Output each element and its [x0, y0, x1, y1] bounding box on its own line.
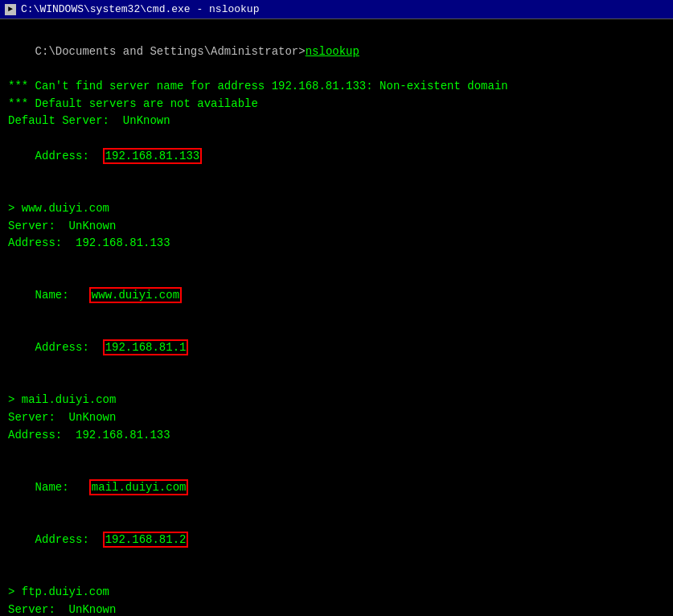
prompt-ftp: > ftp.duiyi.com: [8, 584, 665, 602]
title-bar-label: C:\WINDOWS\system32\cmd.exe - nslookup: [21, 3, 259, 15]
default-server-line: Default Server: UnKnown: [8, 113, 665, 130]
addr2-value-www: 192.168.81.1: [103, 339, 189, 355]
addr2-www-line: Address: 192.168.81.1: [8, 322, 665, 375]
addr2-mail-line: Address: 192.168.81.2: [8, 514, 665, 566]
title-bar-icon: ►: [5, 4, 16, 15]
name-mail-line: Name: mail.duiyi.com: [8, 462, 665, 514]
prompt-text: C:\Documents and Settings\Administrator>: [35, 45, 306, 58]
prompt-www: > www.duiyi.com: [8, 200, 665, 218]
nslookup-command: nslookup: [306, 45, 359, 58]
addr2-label-mail: Address:: [35, 533, 103, 546]
console-area: C:\Documents and Settings\Administrator>…: [0, 19, 673, 616]
blank-1: [8, 183, 665, 200]
name-value-www: www.duiyi.com: [89, 287, 182, 303]
blank-3: [8, 375, 665, 392]
server-mail: Server: UnKnown: [8, 409, 665, 427]
address-value-1: 192.168.81.133: [103, 148, 203, 164]
name-www-line: Name: www.duiyi.com: [8, 270, 665, 322]
name-label-mail: Name:: [35, 481, 89, 494]
prompt-line: C:\Documents and Settings\Administrator>…: [8, 26, 665, 78]
prompt-mail: > mail.duiyi.com: [8, 392, 665, 409]
addr2-label-www: Address:: [35, 341, 103, 354]
name-value-mail: mail.duiyi.com: [89, 479, 189, 495]
server-ftp: Server: UnKnown: [8, 602, 665, 616]
server-www: Server: UnKnown: [8, 218, 665, 236]
blank-5: [8, 566, 665, 584]
error-line-1: *** Can't find server name for address 1…: [8, 78, 665, 96]
blank-2: [8, 253, 665, 270]
address-label-1: Address:: [35, 150, 103, 162]
addr2-value-mail: 192.168.81.2: [103, 532, 189, 548]
address-line-1: Address: 192.168.81.133: [8, 130, 665, 183]
error-line-2: *** Default servers are not available: [8, 96, 665, 113]
addr-mail: Address: 192.168.81.133: [8, 427, 665, 445]
blank-4: [8, 445, 665, 462]
title-bar: ► C:\WINDOWS\system32\cmd.exe - nslookup: [0, 0, 673, 19]
name-label-www: Name:: [35, 289, 89, 302]
addr-www: Address: 192.168.81.133: [8, 235, 665, 253]
